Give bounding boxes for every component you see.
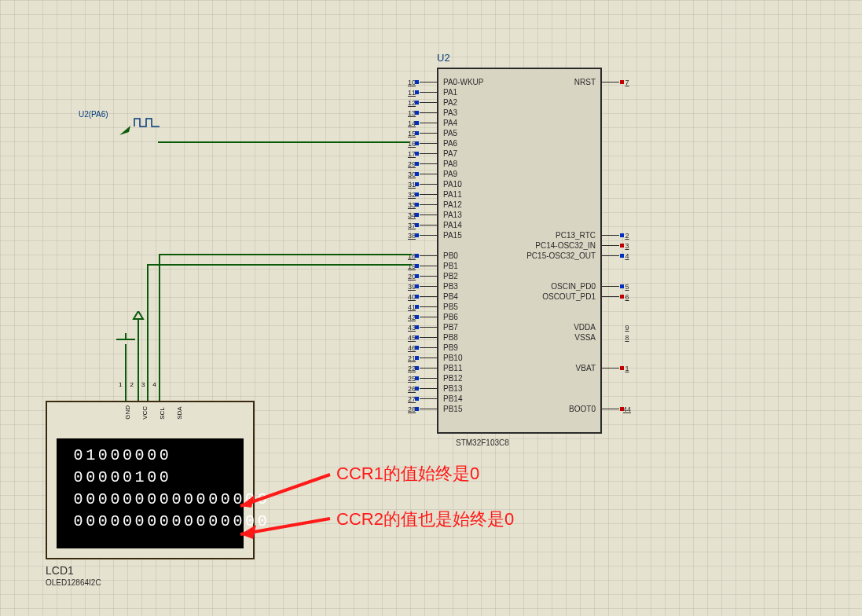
- probe-label: U2(PA6): [79, 110, 108, 119]
- pin-PA9[interactable]: 30 PA9: [404, 169, 460, 179]
- pin-PA3[interactable]: 13 PA3: [404, 108, 460, 118]
- pin-PB10[interactable]: 21 PB10: [404, 353, 465, 363]
- pin-PB2[interactable]: 20 PB2: [404, 271, 461, 281]
- pin-PB6[interactable]: 42 PB6: [404, 312, 461, 322]
- annotation-ccr2: CCR2的值也是始终是0: [336, 508, 514, 531]
- svg-line-3: [240, 475, 330, 506]
- pin-PB13[interactable]: 26 PB13: [404, 383, 465, 394]
- pin-PB15[interactable]: 28 PB15: [404, 404, 465, 414]
- pin-PA13[interactable]: 34 PA13: [404, 210, 465, 220]
- pin-PA10[interactable]: 31 PA10: [404, 179, 465, 189]
- lcd-screen: 01000000 00000100 0000000000000000 00000…: [57, 438, 244, 548]
- pin-PB5[interactable]: 41 PB5: [404, 302, 461, 312]
- pin-VDDA[interactable]: 9 VDDA: [570, 322, 635, 332]
- pin-PA4[interactable]: 14 PA4: [404, 118, 460, 128]
- pin-VSSA[interactable]: 8 VSSA: [571, 332, 635, 343]
- pin-PC14-OSC32_IN[interactable]: 3 PC14-OSC32_IN: [532, 240, 635, 251]
- lcd-pin-labels: GND VCC SCL SDA: [124, 405, 183, 420]
- pin-PA2[interactable]: 12 PA2: [404, 97, 460, 108]
- pin-OSCOUT_PD1[interactable]: 6 OSCOUT_PD1: [539, 292, 635, 302]
- pin-PB0[interactable]: 18 PB0: [404, 251, 461, 261]
- arrow-1: [236, 473, 338, 512]
- mcu-chip[interactable]: 10 PA0-WKUP11 PA112 PA213 PA314 PA415 PA…: [437, 68, 602, 434]
- wire-pa6: [158, 141, 409, 143]
- wire-pb1-v: [147, 264, 149, 400]
- pin-PA6[interactable]: 16 PA6: [404, 138, 460, 148]
- lcd-ref: LCD1: [46, 564, 74, 577]
- chip-ref: U2: [437, 52, 450, 64]
- pin-PC13_RTC[interactable]: 2 PC13_RTC: [552, 230, 635, 240]
- wire-pb1-h: [147, 264, 412, 266]
- pin-PB11[interactable]: 22 PB11: [404, 363, 465, 373]
- pin-PA14[interactable]: 37 PA14: [404, 220, 465, 230]
- pin-PA0-WKUP[interactable]: 10 PA0-WKUP: [404, 77, 487, 87]
- pin-PA11[interactable]: 32 PA11: [404, 189, 465, 200]
- pin-NRST[interactable]: 7 NRST: [571, 77, 635, 87]
- pin-OSCIN_PD0[interactable]: 5 OSCIN_PD0: [548, 281, 635, 292]
- pin-PB1[interactable]: 19 PB1: [404, 261, 461, 271]
- pin-PA15[interactable]: 38 PA15: [404, 230, 465, 240]
- pin-PB14[interactable]: 27 PB14: [404, 394, 465, 404]
- pulse-icon: [134, 117, 160, 128]
- pin-PB9[interactable]: 46 PB9: [404, 343, 461, 353]
- arrow-2: [236, 515, 338, 547]
- lcd-part: OLED12864I2C: [46, 578, 101, 587]
- pin-VBAT[interactable]: 1 VBAT: [573, 363, 635, 373]
- pin-PB4[interactable]: 40 PB4: [404, 292, 461, 302]
- pin-PC15-OSC32_OUT[interactable]: 4 PC15-OSC32_OUT: [523, 251, 635, 261]
- chip-part: STM32F103C8: [456, 438, 509, 447]
- pin-PA7[interactable]: 17 PA7: [404, 148, 460, 159]
- pin-PB3[interactable]: 39 PB3: [404, 281, 461, 292]
- pin-BOOT0[interactable]: 44 BOOT0: [566, 404, 635, 414]
- pin-PA5[interactable]: 15 PA5: [404, 128, 460, 138]
- wire-pb0-h: [159, 254, 412, 255]
- pin-PB12[interactable]: 25 PB12: [404, 373, 465, 383]
- pin-PB8[interactable]: 45 PB8: [404, 332, 461, 343]
- pin-PA8[interactable]: 29 PA8: [404, 159, 460, 169]
- annotation-ccr1: CCR1的值始终是0: [336, 462, 479, 486]
- wire-pb0-v: [159, 254, 160, 400]
- pin-PB7[interactable]: 43 PB7: [404, 322, 461, 332]
- pin-PA12[interactable]: 33 PA12: [404, 200, 465, 210]
- lcd-pin-nums: 1 2 3 4: [119, 381, 156, 388]
- schematic-canvas[interactable]: U2 10 PA0-WKUP11 PA112 PA213 PA314 PA415…: [0, 0, 862, 616]
- pin-PA1[interactable]: 11 PA1: [404, 87, 460, 97]
